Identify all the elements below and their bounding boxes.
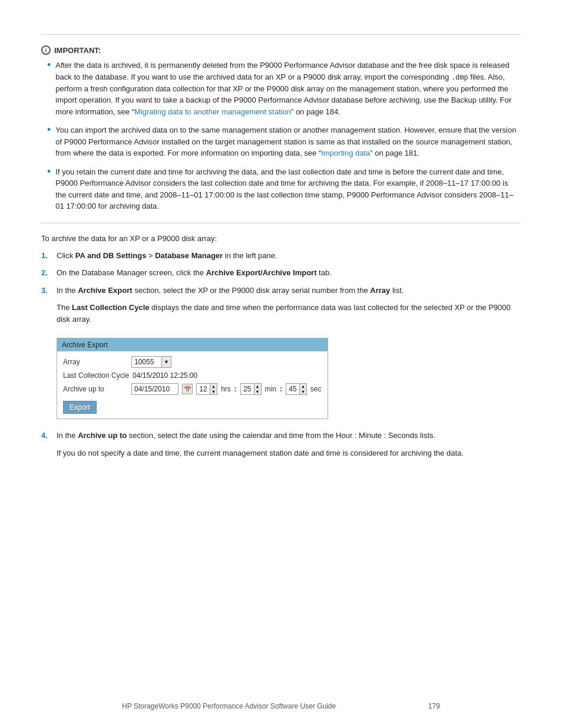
bullet-1-text: After the data is archived, it is perman… bbox=[55, 60, 521, 117]
step-2: 2. On the Database Manager screen, click… bbox=[41, 267, 521, 279]
step-2-number: 2. bbox=[41, 267, 51, 279]
archive-date-input[interactable]: 04/15/2010 bbox=[131, 383, 178, 395]
dmp-code: .dmp bbox=[451, 74, 468, 82]
bullet-dot: • bbox=[47, 166, 51, 179]
important-section: i IMPORTANT: • After the data is archive… bbox=[41, 45, 521, 212]
step-1-number: 1. bbox=[41, 250, 51, 262]
list-item: • If you retain the current date and tim… bbox=[47, 166, 521, 212]
archive-box-header: Archive Export bbox=[57, 338, 328, 351]
step-4: 4. In the Archive up to section, select … bbox=[41, 430, 521, 442]
array-dropdown-arrow[interactable]: ▼ bbox=[161, 357, 171, 367]
export-btn-row: Export bbox=[63, 398, 322, 414]
step-3: 3. In the Archive Export section, select… bbox=[41, 285, 521, 297]
array-value: 10055 bbox=[132, 358, 161, 366]
hours-down-btn[interactable]: ▼ bbox=[210, 390, 217, 395]
page-footer: HP StorageWorks P9000 Performance Adviso… bbox=[0, 702, 562, 710]
calendar-icon[interactable]: 📅 bbox=[182, 384, 193, 394]
bullet-dot: • bbox=[47, 59, 51, 72]
seconds-spinner[interactable]: 45 ▲ ▼ bbox=[286, 383, 307, 395]
step-1: 1. Click PA and DB Settings > Database M… bbox=[41, 250, 521, 262]
bullet-3-text: If you retain the current date and time … bbox=[55, 166, 521, 212]
seconds-spinner-btns[interactable]: ▲ ▼ bbox=[299, 384, 306, 394]
important-label: IMPORTANT: bbox=[54, 46, 101, 55]
footer-page: 179 bbox=[428, 702, 440, 710]
minutes-spinner-btns[interactable]: ▲ ▼ bbox=[254, 384, 261, 394]
migrating-link[interactable]: Migrating data to another management sta… bbox=[134, 107, 291, 116]
step-3-number: 3. bbox=[41, 285, 51, 297]
archive-up-row: Archive up to 04/15/2010 📅 12 ▲ ▼ bbox=[63, 383, 322, 395]
archive-up-label: Archive up to bbox=[63, 385, 128, 393]
array-row: Array 10055 ▼ bbox=[63, 356, 322, 368]
last-cycle-label: Last Collection Cycle bbox=[63, 371, 129, 380]
page-content: i IMPORTANT: • After the data is archive… bbox=[0, 0, 562, 512]
hrs-label: hrs bbox=[221, 385, 231, 393]
min-label: min bbox=[265, 385, 276, 393]
important-icon: i bbox=[41, 45, 51, 55]
array-select[interactable]: 10055 ▼ bbox=[131, 356, 171, 368]
last-cycle-value: 04/15/2010 12:25:00 bbox=[133, 371, 197, 380]
archive-box-body: Array 10055 ▼ Last Collection Cycle 04/1… bbox=[57, 351, 328, 419]
list-item: • You can import the archived data on to… bbox=[47, 124, 521, 159]
minutes-down-btn[interactable]: ▼ bbox=[254, 390, 261, 395]
bullet-list: • After the data is archived, it is perm… bbox=[47, 60, 521, 212]
hours-spinner[interactable]: 12 ▲ ▼ bbox=[196, 383, 217, 395]
step-4-number: 4. bbox=[41, 430, 51, 442]
export-button[interactable]: Export bbox=[63, 401, 97, 414]
archive-export-box: Archive Export Array 10055 ▼ Last Collec… bbox=[57, 338, 328, 419]
steps-section: To archive the data for an XP or a P9000… bbox=[41, 234, 521, 459]
minutes-spinner[interactable]: 25 ▲ ▼ bbox=[240, 383, 262, 395]
step-3-text: In the Archive Export section, select th… bbox=[57, 285, 404, 297]
seconds-down-btn[interactable]: ▼ bbox=[300, 390, 306, 395]
step-3-extra: The Last Collection Cycle displays the d… bbox=[57, 302, 521, 325]
importing-link[interactable]: Importing data bbox=[321, 149, 370, 157]
footer-text: HP StorageWorks P9000 Performance Adviso… bbox=[122, 702, 336, 710]
hours-value: 12 bbox=[197, 385, 210, 393]
step-4-extra: If you do not specify a date and time, t… bbox=[57, 447, 521, 459]
bullet-2-text: You can import the archived data on to t… bbox=[55, 124, 521, 159]
list-item: • After the data is archived, it is perm… bbox=[47, 60, 521, 117]
seconds-value: 45 bbox=[286, 385, 299, 393]
archive-date-value: 04/15/2010 bbox=[132, 385, 172, 393]
sec-label: sec bbox=[310, 385, 322, 393]
colon-1: : bbox=[234, 385, 237, 393]
seconds-up-btn[interactable]: ▲ bbox=[300, 384, 306, 390]
bottom-divider bbox=[41, 223, 521, 223]
steps-intro: To archive the data for an XP or a P9000… bbox=[41, 234, 521, 243]
important-header: i IMPORTANT: bbox=[41, 45, 521, 55]
step-4-text: In the Archive up to section, select the… bbox=[57, 430, 435, 442]
step-1-text: Click PA and DB Settings > Database Mana… bbox=[57, 250, 277, 262]
colon-2: : bbox=[280, 385, 282, 393]
minutes-up-btn[interactable]: ▲ bbox=[254, 384, 261, 390]
hours-up-btn[interactable]: ▲ bbox=[210, 384, 217, 390]
bullet-dot: • bbox=[47, 124, 51, 137]
array-label: Array bbox=[63, 358, 128, 366]
minutes-value: 25 bbox=[241, 385, 254, 393]
last-cycle-row: Last Collection Cycle 04/15/2010 12:25:0… bbox=[63, 371, 322, 380]
hours-spinner-btns[interactable]: ▲ ▼ bbox=[210, 384, 217, 394]
top-divider bbox=[41, 34, 521, 35]
step-2-text: On the Database Manager screen, click th… bbox=[57, 267, 332, 279]
